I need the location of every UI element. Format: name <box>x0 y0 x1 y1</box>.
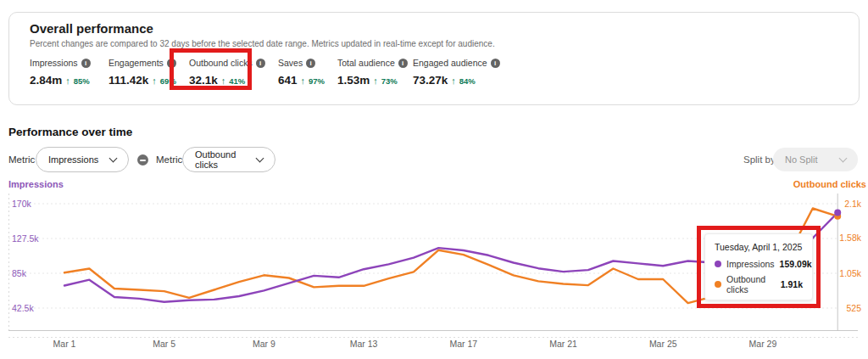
tooltip-value: 1.91k <box>781 279 803 289</box>
tooltip-value: 159.09k <box>780 259 812 269</box>
chart-tooltip: Tuesday, April 1, 2025 Impressions 159.0… <box>704 233 813 300</box>
right-axis-tick: 525 <box>846 303 861 313</box>
left-axis-tick: 42.5k <box>12 303 34 313</box>
performance-chart[interactable]: 170k127.5k85k42.5k2.1k1.58k1.05k525Mar 1… <box>0 0 868 359</box>
x-axis-tick: Mar 17 <box>449 339 477 349</box>
left-axis-tick: 85k <box>12 268 27 278</box>
x-axis-tick: Mar 21 <box>549 339 577 349</box>
right-axis-tick: 1.05k <box>839 268 861 278</box>
x-axis-tick: Mar 29 <box>749 339 777 349</box>
outbound-clicks-dot-icon <box>715 281 721 288</box>
left-axis-tick: 127.5k <box>12 233 39 244</box>
tooltip-date: Tuesday, April 1, 2025 <box>715 242 803 252</box>
impressions-dot-icon <box>715 261 721 267</box>
x-axis-tick: Mar 13 <box>350 339 378 349</box>
x-axis-tick: Mar 25 <box>649 339 677 349</box>
tooltip-label: Impressions <box>726 259 775 269</box>
left-axis-tick: 170k <box>12 199 32 209</box>
right-axis-tick: 1.58k <box>839 233 861 243</box>
tooltip-label: Outbound clicks <box>726 274 776 294</box>
tooltip-row-outbound: Outbound clicks 1.91k <box>715 274 803 294</box>
x-axis-tick: Mar 9 <box>253 339 275 349</box>
x-axis-tick: Mar 1 <box>53 339 76 349</box>
series-end-dot-impressions <box>834 210 841 216</box>
x-axis-tick: Mar 5 <box>153 339 175 349</box>
right-axis-tick: 2.1k <box>844 199 862 209</box>
tooltip-row-impressions: Impressions 159.09k <box>715 259 803 269</box>
